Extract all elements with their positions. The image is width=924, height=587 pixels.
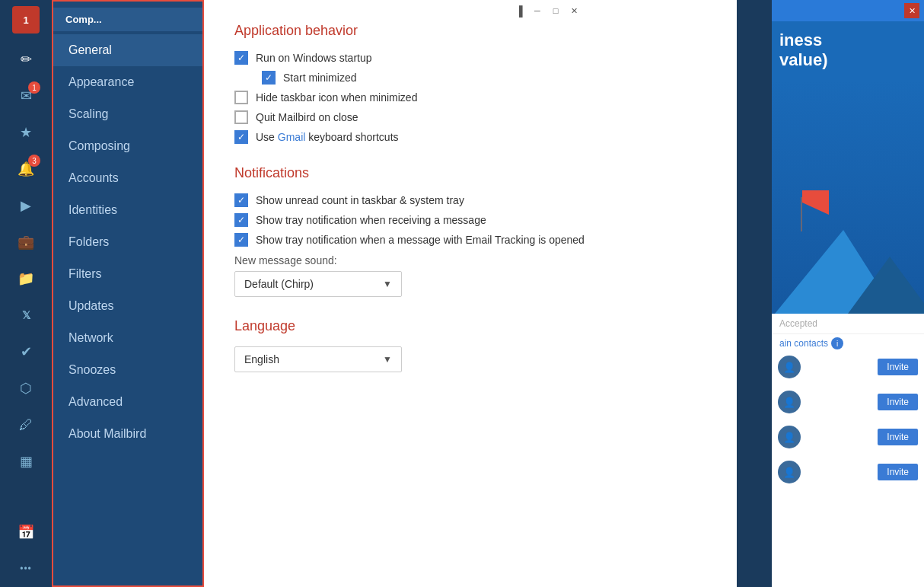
checkbox-email-tracking[interactable]: ✓ — [234, 233, 248, 247]
language-dropdown[interactable]: English ▼ — [234, 346, 402, 372]
checkbox-minimized[interactable]: ✓ — [262, 71, 276, 85]
settings-dialog: Comp... General Appearance Scaling Compo… — [52, 0, 737, 587]
sidebar-icon-more[interactable]: ••• — [10, 553, 42, 585]
checkbox-unread-count-label: Show unread count in taskbar & system tr… — [256, 194, 464, 206]
settings-nav-item-filters[interactable]: Filters — [53, 258, 202, 290]
sidebar-icon-calendar[interactable]: 📅 — [10, 516, 42, 548]
checkbox-row-gmail: ✓ Use Gmail keyboard shortcuts — [234, 130, 706, 144]
checkbox-row-email-tracking: ✓ Show tray notification when a message … — [234, 233, 706, 247]
sidebar-icon-contacts[interactable]: ⬡ — [10, 372, 42, 404]
contacts-icon: ⬡ — [20, 380, 32, 397]
accepted-badge: Accepted — [772, 314, 924, 333]
settings-nav-header: Comp... — [53, 8, 202, 31]
right-panel: ✕ iness value) Accepted ain contacts i 👤… — [772, 0, 924, 587]
check-icon: ✔ — [21, 343, 32, 360]
sidebar-icon-twitter[interactable]: 𝕏 — [10, 299, 42, 331]
send-icon: ▶ — [21, 197, 31, 214]
sidebar-icon-compose[interactable]: ✏ — [10, 43, 42, 75]
trello-icon: ▦ — [20, 453, 33, 470]
inbox-badge: 1 — [28, 81, 40, 94]
briefcase-icon: 💼 — [18, 234, 34, 250]
close-button[interactable]: ✕ — [566, 3, 581, 18]
sidebar-icon-folder[interactable]: 📁 — [10, 263, 42, 295]
invite-row: 👤 Invite — [772, 458, 924, 487]
settings-nav-item-identities[interactable]: Identities — [53, 194, 202, 226]
twitter-icon: 𝕏 — [22, 309, 30, 321]
avatar: 👤 — [778, 426, 801, 448]
language-value: English — [244, 353, 279, 365]
checkbox-startup-label: Run on Windows startup — [256, 52, 372, 64]
settings-nav-item-appearance[interactable]: Appearance — [53, 66, 202, 98]
checkbox-gmail[interactable]: ✓ — [234, 130, 248, 144]
notif-badge: 3 — [28, 155, 40, 167]
checkbox-unread-count[interactable]: ✓ — [234, 193, 248, 207]
invite-row: 👤 Invite — [772, 423, 924, 451]
checkbox-email-tracking-label: Show tray notification when a message wi… — [256, 234, 585, 246]
checkbox-gmail-label: Use Gmail keyboard shortcuts — [256, 131, 399, 143]
sound-dropdown[interactable]: Default (Chirp) ▼ — [234, 271, 402, 297]
checkbox-quit-label: Quit Mailbird on close — [256, 111, 358, 123]
sound-dropdown-row: New message sound: Default (Chirp) ▼ — [234, 254, 706, 297]
compose-icon: ✏ — [21, 51, 32, 68]
sidebar-icon-briefcase[interactable]: 💼 — [10, 226, 42, 258]
checkbox-row-tray-notif: ✓ Show tray notification when receiving … — [234, 213, 706, 227]
settings-content: ▐ ─ □ ✕ Application behavior ✓ Run on Wi… — [204, 0, 737, 587]
settings-nav-item-snoozes[interactable]: Snoozes — [53, 354, 202, 386]
sidebar-icon-inbox[interactable]: ✉ 1 — [10, 80, 42, 112]
checkbox-hide-taskbar-label: Hide taskbar icon when minimized — [256, 91, 417, 104]
checkbox-row-quit: Quit Mailbird on close — [234, 110, 706, 124]
invite-button[interactable]: Invite — [878, 359, 918, 375]
settings-nav-item-general[interactable]: General — [53, 34, 202, 66]
settings-nav-item-advanced[interactable]: Advanced — [53, 386, 202, 418]
settings-nav-item-folders[interactable]: Folders — [53, 226, 202, 258]
sidebar-icon-tasks[interactable]: ✔ — [10, 336, 42, 368]
app-badge: 1 — [12, 6, 40, 33]
invite-button[interactable]: Invite — [878, 464, 918, 480]
checkbox-hide-taskbar[interactable] — [234, 91, 248, 104]
invite-row: 👤 Invite — [772, 388, 924, 416]
settings-nav-item-composing[interactable]: Composing — [53, 130, 202, 162]
invite-button[interactable]: Invite — [878, 429, 918, 445]
folder-icon: 📁 — [18, 270, 34, 287]
calendar-icon: 📅 — [18, 524, 34, 541]
sidebar-icon-notifications[interactable]: 🔔 3 — [10, 153, 42, 185]
avatar: 👤 — [778, 461, 801, 483]
app-behavior-title: Application behavior — [234, 23, 706, 39]
settings-nav: Comp... General Appearance Scaling Compo… — [52, 0, 204, 587]
chevron-down-icon: ▼ — [383, 279, 392, 289]
checkbox-row-hide-taskbar: Hide taskbar icon when minimized — [234, 91, 706, 104]
checkbox-tray-notif[interactable]: ✓ — [234, 213, 248, 227]
panel-close-button[interactable]: ✕ — [904, 3, 919, 18]
checkbox-minimized-label: Start minimized — [283, 72, 356, 84]
contacts-label: ain contacts — [779, 338, 828, 349]
avatar: 👤 — [778, 391, 801, 413]
sound-value: Default (Chirp) — [244, 278, 314, 290]
settings-nav-item-network[interactable]: Network — [53, 322, 202, 354]
settings-nav-item-accounts[interactable]: Accounts — [53, 162, 202, 194]
sidebar-icon-trello[interactable]: ▦ — [10, 445, 42, 477]
settings-nav-item-scaling[interactable]: Scaling — [53, 98, 202, 130]
minimize-button[interactable]: ─ — [530, 3, 545, 18]
sidebar-icon-send[interactable]: ▶ — [10, 190, 42, 222]
star-icon: ★ — [20, 124, 32, 141]
pen-icon: 🖊 — [19, 417, 33, 433]
invite-button[interactable]: Invite — [878, 394, 918, 410]
invite-row: 👤 Invite — [772, 353, 924, 381]
maximize-button[interactable]: □ — [548, 3, 563, 18]
chevron-down-icon: ▼ — [383, 354, 392, 365]
checkbox-quit[interactable] — [234, 110, 248, 124]
checkbox-row-startup: ✓ Run on Windows startup — [234, 51, 706, 65]
sidebar-icon-pen[interactable]: 🖊 — [10, 409, 42, 441]
checkbox-row-minimized: ✓ Start minimized — [234, 71, 706, 85]
settings-nav-item-about[interactable]: About Mailbird — [53, 418, 202, 450]
checkbox-startup[interactable]: ✓ — [234, 51, 248, 65]
avatar: 👤 — [778, 356, 801, 378]
checkbox-row-unread-count: ✓ Show unread count in taskbar & system … — [234, 193, 706, 207]
settings-nav-item-updates[interactable]: Updates — [53, 290, 202, 322]
right-panel-title-line2: value) — [779, 50, 916, 70]
info-icon: i — [831, 337, 843, 349]
sidebar-icon-starred[interactable]: ★ — [10, 116, 42, 148]
language-title: Language — [234, 318, 706, 334]
sound-label: New message sound: — [234, 254, 706, 266]
sidebar-toggle-button[interactable]: ▐ — [511, 3, 527, 18]
